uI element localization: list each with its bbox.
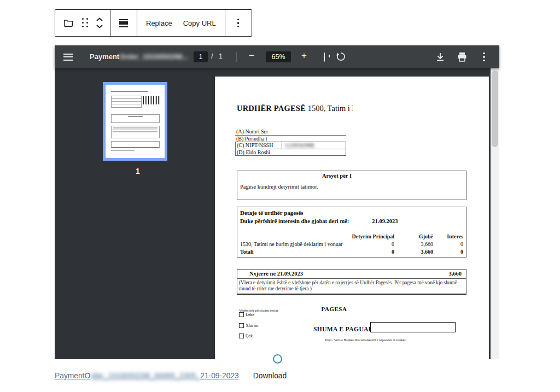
redacted-nipt-value: L23050298B — [285, 142, 314, 148]
print-button[interactable] — [457, 51, 469, 63]
thumbnail-page-number: 1 — [103, 167, 173, 175]
block-toolbar-group-actions: Replace Copy URL — [137, 10, 225, 36]
details-box: Detaje të urdhër pagesës Duke përfshirë … — [237, 207, 466, 258]
amount-paid-label: SHUMA E PAGUAR — [313, 326, 374, 332]
table-cell: 0 — [392, 249, 394, 255]
barcode-preview — [143, 96, 161, 104]
page-number-input[interactable] — [194, 51, 208, 62]
checkbox-icon — [239, 323, 244, 328]
block-toolbar-group-align — [110, 10, 137, 36]
redacted-pdf-title: Order_1533050298... — [119, 52, 188, 61]
pdf-page: URDHËR PAGESË 1500, Tatim i M (A) Numri … — [215, 77, 489, 359]
move-up-down-icon — [95, 16, 104, 30]
kebab-icon — [480, 52, 488, 62]
block-toolbar-group-options — [225, 10, 252, 36]
payment-title: PAGESA — [310, 306, 359, 312]
pdf-menu-button[interactable] — [63, 52, 74, 62]
vertical-scrollbar[interactable] — [491, 68, 499, 359]
signature-note: Data , Vula e Bankës dhe nënshkrimi i në… — [300, 338, 431, 342]
page-separator: / — [211, 52, 213, 60]
thumbnail-preview — [106, 85, 165, 158]
pdf-content-area: 1 URDHËR PAGESË 1500, Tatim i M (A) Numr… — [55, 68, 499, 359]
pdf-download-button[interactable] — [435, 51, 447, 63]
zoom-out-button[interactable]: − — [245, 50, 258, 61]
document-fields: (A) Numri Ser (B) Periudha t (C) NIPT/NS… — [235, 128, 346, 156]
pdf-options-button[interactable] — [480, 51, 488, 63]
details-subtitle: Duke përfshirë interesin dhe gjobat deri… — [240, 218, 398, 224]
issued-box: Nxjerrë në 21.09.2023 3,660 (Vlera e det… — [237, 269, 466, 295]
checkbox-icon — [239, 334, 244, 338]
align-icon — [119, 19, 128, 27]
block-toolbar: Replace Copy URL — [55, 9, 252, 37]
loading-spinner — [273, 354, 282, 364]
official-use-label: Vetëm për përdorim zyrtar — [239, 308, 278, 312]
download-link[interactable]: Download — [253, 372, 287, 380]
block-options-button[interactable] — [229, 10, 248, 36]
issued-amount: 3,660 — [448, 271, 462, 277]
fit-page-icon — [324, 52, 325, 62]
document-title: URDHËR PAGESË 1500, Tatim i M — [237, 104, 353, 113]
download-icon — [435, 51, 447, 62]
toolbar-divider — [236, 52, 237, 62]
table-row-label: Totali — [240, 249, 254, 255]
file-block-type-button[interactable] — [59, 10, 78, 36]
pdf-viewer: PaymentOrder_1533050298... / 1 − 65% + — [55, 45, 499, 359]
column-header: Interes — [447, 233, 463, 239]
checkbox-cek: Çek — [239, 334, 253, 338]
table-cell: 0 — [460, 249, 463, 255]
pdf-document-title: PaymentOrder_1533050298... — [90, 52, 188, 61]
reason-box: Arsyet për I Pagesë kundrejt detyrimit t… — [237, 171, 466, 200]
copy-url-button[interactable]: Copy URL — [178, 10, 221, 36]
drag-handle-icon — [82, 18, 89, 28]
checkbox-leke: Lekë — [239, 312, 254, 317]
kebab-icon — [237, 19, 240, 28]
issued-note: (Vlera e detyrimit është e vlefshme për … — [237, 279, 466, 291]
zoom-level[interactable]: 65% — [266, 51, 291, 62]
field-row-c: (C) NIPT/NSSH L23050298B — [235, 142, 346, 149]
issued-header: Nxjerrë në 21.09.2023 — [249, 271, 303, 277]
table-cell: 3,660 — [421, 249, 434, 255]
checkbox-icon — [239, 312, 244, 317]
block-mover[interactable] — [92, 10, 107, 36]
table-cell: 0 — [460, 241, 463, 247]
field-row-d: (D) Eldo Roshi — [235, 149, 346, 156]
editor-canvas: Replace Copy URL PaymentOrder_1533050298… — [0, 0, 560, 392]
toolbar-divider — [312, 52, 312, 62]
page-total: 1 — [219, 52, 223, 60]
file-link[interactable]: PaymentOrder_1533050298_06995_2305_21-09… — [55, 372, 239, 380]
drag-handle[interactable] — [78, 10, 92, 36]
details-title: Detaje të urdhër pagesës — [240, 209, 304, 216]
table-row-label: 1530, Tatimi ne burim gjobë deklarim i v… — [240, 241, 342, 247]
table-cell: 0 — [392, 241, 394, 247]
zoom-in-button[interactable]: + — [298, 50, 311, 61]
reason-header: Arsyet për I — [322, 173, 352, 179]
pdf-toolbar: PaymentOrder_1533050298... / 1 − 65% + — [55, 45, 499, 68]
hamburger-icon — [63, 54, 74, 61]
redacted-file-name: rder_1533050298_06995_2305_ — [90, 372, 200, 380]
reason-body: Pagesë kundrejt detyrimit tatimor. — [240, 184, 318, 190]
field-row-b: (B) Periudha t — [235, 136, 346, 143]
folder-icon — [62, 17, 74, 29]
table-cell: 3,660 — [421, 241, 434, 247]
rotate-icon — [336, 51, 348, 62]
checkbox-xhirim: Xhirim — [239, 323, 258, 328]
field-row-a: (A) Numri Ser — [235, 128, 346, 136]
column-header: Detyrim Principal — [352, 233, 394, 239]
file-block-footer: PaymentOrder_1533050298_06995_2305_21-09… — [55, 372, 287, 380]
align-button[interactable] — [114, 10, 133, 36]
page-thumbnail[interactable] — [103, 82, 167, 161]
scrollbar-thumb[interactable] — [492, 71, 498, 147]
column-header: Gjobë — [419, 233, 433, 239]
rotate-button[interactable] — [336, 51, 348, 62]
fit-to-page-button[interactable] — [318, 52, 330, 62]
print-icon — [457, 51, 469, 62]
replace-button[interactable]: Replace — [141, 10, 178, 36]
amount-paid-field — [370, 322, 456, 332]
block-toolbar-group-main — [55, 10, 110, 36]
